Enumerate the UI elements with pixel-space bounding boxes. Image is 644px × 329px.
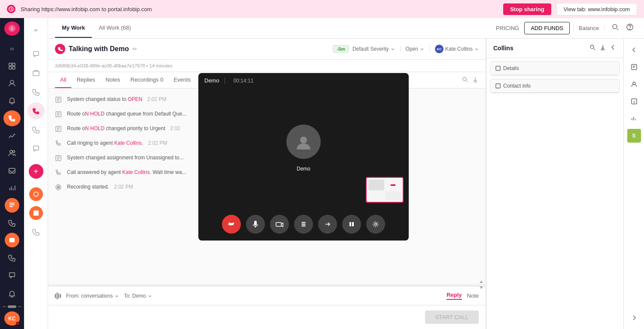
view-tab-button[interactable]: View tab: www.infobip.com [556,3,637,15]
tab-replies[interactable]: Replies [71,72,100,88]
reply-to-selector[interactable]: To: Demo [124,293,152,299]
mute-button[interactable] [246,215,265,234]
user-avatar[interactable]: KC [4,311,20,326]
svg-point-35 [304,224,306,225]
dialpad-button[interactable] [294,215,313,234]
svg-point-31 [303,222,304,223]
sidebar-item-phone3[interactable] [3,250,21,265]
rp-collapse-button[interactable] [610,44,617,52]
sidebar-item-orange2[interactable] [3,232,21,248]
tab-all[interactable]: All [55,72,71,88]
svg-point-30 [302,222,303,223]
message-icon-call [55,140,64,149]
second-sidebar-phone2[interactable] [27,121,45,138]
sidebar-item-bell[interactable] [3,286,21,302]
shopify-logo: S [627,129,641,143]
rp-download-button[interactable] [599,44,606,52]
second-sidebar-orange1[interactable] [27,186,45,203]
sidebar-item-contacts[interactable] [3,76,21,91]
second-sidebar-chat2[interactable] [27,140,45,157]
status-selector[interactable]: Open [406,46,424,52]
sidebar-item-orange1[interactable] [3,198,21,213]
help-icon[interactable] [623,23,637,33]
video-thumbnail [366,177,404,203]
frp-data-icon[interactable] [626,111,642,126]
pause-button[interactable] [342,215,361,234]
scroll-bar[interactable] [8,305,16,308]
svg-rect-11 [33,210,39,216]
frp-chevron-right-icon[interactable] [626,310,642,326]
reply-button[interactable]: Reply [447,292,462,300]
rp-card-1: Details [490,61,620,76]
scroll-right[interactable] [18,306,21,307]
sidebar-item-reports[interactable] [3,180,21,196]
hangup-button[interactable] [222,215,241,234]
severity-selector[interactable]: Default Severity [352,46,395,52]
sidebar-item-notifications[interactable] [3,93,21,109]
sidebar-item-chat[interactable] [3,267,21,283]
sidebar-item-people[interactable] [3,145,21,161]
contact-name: Collins [493,45,513,52]
time-badge: -5m [333,45,349,53]
sidebar-item-phone-active[interactable] [3,110,21,126]
frp-shopify-icon[interactable]: S [626,128,642,143]
messages-search-icon[interactable] [462,76,468,84]
tab-recordings[interactable]: Recordings 0 [125,72,169,88]
assignee-selector[interactable]: KC Kate Collins [435,45,479,53]
sidebar-item-expand[interactable]: ›› [3,41,21,57]
second-sidebar-orange2[interactable] [27,204,45,222]
second-sidebar-phone-active[interactable] [27,102,45,119]
second-sidebar-chat[interactable] [27,46,45,63]
video-timer: 00:14:11 [234,78,254,84]
reply-from-selector[interactable]: From: conversations [66,293,119,299]
svg-rect-10 [33,71,39,76]
frp-contact-icon[interactable] [626,76,642,92]
second-sidebar-expand[interactable]: ›› [27,21,45,39]
tab-events[interactable]: Events [168,72,196,88]
left-sidebar: i ›› [0,18,24,329]
stop-sharing-button[interactable]: Stop sharing [503,3,551,15]
sidebar-item-phone2[interactable] [3,215,21,231]
scroll-left[interactable] [3,306,6,307]
settings-button[interactable] [366,215,385,234]
second-sidebar-phone3[interactable] [27,223,45,241]
scroll-up[interactable] [479,279,484,284]
sharing-bar-text: Sharing https://www.infobip.com to porta… [21,6,498,12]
search-icon[interactable] [608,23,623,33]
video-header-divider [225,78,225,84]
camera-button[interactable] [270,215,289,234]
svg-rect-5 [9,67,12,69]
right-panel: Collins [486,39,623,329]
sidebar-item-analytics[interactable] [3,128,21,144]
frp-notes-icon[interactable] [626,59,642,75]
svg-point-28 [300,137,307,143]
scroll-down[interactable] [479,285,484,290]
sidebar-logo[interactable]: i [4,21,20,36]
tab-my-work[interactable]: My Work [55,18,92,38]
tab-notes[interactable]: Notes [100,72,125,88]
conversation-title: Talking with Demo [69,45,129,53]
message-text: Recording started. 2:02 PM [67,183,133,191]
rp-card-header-2[interactable]: Contact info [490,79,620,93]
frp-collapse-icon[interactable] [626,42,642,58]
second-sidebar-phone1[interactable] [27,83,45,101]
message-icon-route [55,111,64,119]
second-sidebar-add[interactable]: + [29,164,43,179]
rp-search-button[interactable] [589,44,596,52]
second-sidebar-ticket[interactable] [27,64,45,82]
video-caller-name: Demo [204,77,219,84]
messages-download-icon[interactable] [472,76,479,84]
edit-icon[interactable]: ✏ [132,46,137,52]
svg-rect-40 [352,222,354,226]
note-button[interactable]: Note [467,292,479,299]
frp-info-icon[interactable] [626,94,642,109]
sidebar-item-dashboard[interactable] [3,58,21,74]
start-call-button[interactable]: START CALL [425,311,479,324]
transfer-button[interactable] [318,215,337,234]
sidebar-item-inbox[interactable] [3,163,21,179]
pricing-link[interactable]: PRICING [491,25,524,31]
add-funds-button[interactable]: ADD FUNDS [524,22,570,34]
rp-card-header-1[interactable]: Details [490,62,620,75]
assignee-avatar: KC [435,45,444,53]
tab-all-work[interactable]: All Work (68) [92,18,138,38]
